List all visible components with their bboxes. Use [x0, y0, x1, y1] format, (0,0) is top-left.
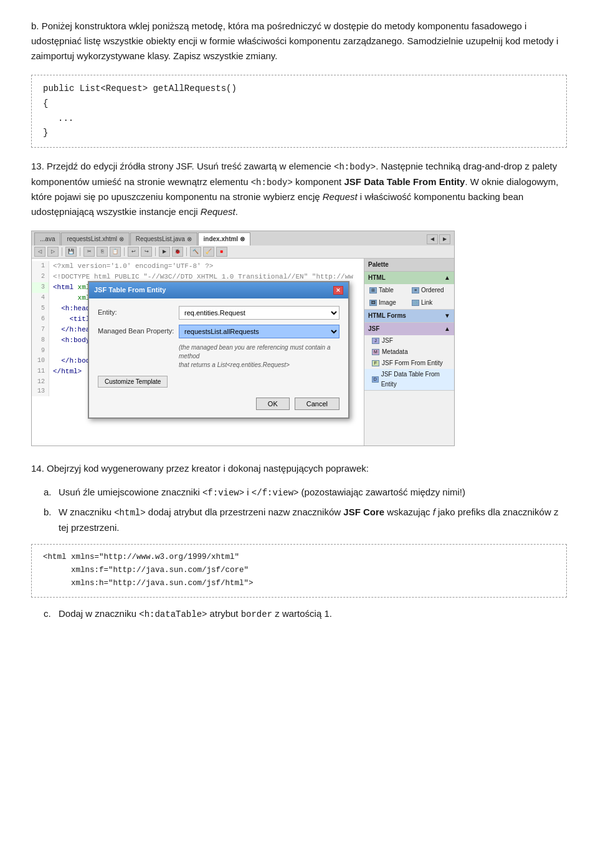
line-num-2: 2	[32, 272, 49, 282]
toolbar-run[interactable]: ▶	[159, 247, 170, 257]
nav-right-btn[interactable]: ▶	[439, 234, 450, 244]
line-num-9: 9	[32, 346, 49, 356]
palette-html-row1: ⊞ Table ≡ Ordered	[364, 284, 454, 297]
step-14c-code1: <h:dataTable>	[139, 609, 207, 619]
step-14a-code1: <f:view>	[202, 488, 244, 498]
line-num-13: 13	[32, 386, 49, 396]
palette-table-label: Table	[379, 285, 394, 295]
palette-item-image[interactable]: 🖼 Image	[367, 297, 409, 308]
step-14b-text3: wskazując	[384, 507, 433, 517]
palette-jsf-label: JSF	[368, 324, 379, 334]
palette-title: Palette	[364, 259, 454, 272]
toolbar-debug[interactable]: 🐞	[172, 247, 183, 257]
step-14a-code2: </f:view>	[252, 488, 299, 498]
jsf-icon: J	[372, 338, 379, 344]
toolbar-redo[interactable]: ↪	[141, 247, 152, 257]
palette-htmlforms-expand: ▼	[444, 311, 450, 321]
dialog-entity-field: Entity: req.entities.Request	[98, 306, 339, 320]
code-line-2: {	[43, 97, 555, 112]
dialog-bean-field: Managed Bean Property: requestsList.allR…	[98, 325, 339, 338]
dialog-ok-button[interactable]: OK	[256, 398, 290, 410]
palette-ordered-label: Ordered	[421, 285, 444, 295]
ide-tabs-bar[interactable]: ...ava requestsList.xhtml ⊗ RequestsList…	[32, 231, 454, 246]
toolbar-build[interactable]: 🔨	[190, 247, 201, 257]
palette-jsf-header[interactable]: JSF ▲	[364, 323, 454, 335]
toolbar-sep4	[155, 247, 156, 256]
toolbar-back[interactable]: ◁	[34, 247, 45, 257]
line-num-1: 1	[32, 261, 49, 272]
dialog-body: Entity: req.entities.Request Managed Bea…	[89, 298, 348, 417]
step-14b-bold: JSF Core	[343, 507, 384, 517]
customize-template-button[interactable]: Customize Template	[98, 376, 168, 388]
toolbar-fwd[interactable]: ▷	[47, 247, 59, 257]
line-num-12: 12	[32, 377, 49, 387]
step-14c-text2: atrybut	[207, 608, 240, 619]
toolbar-undo[interactable]: ↩	[128, 247, 139, 257]
step-14c-code2: border	[241, 609, 272, 619]
palette-htmlforms-header[interactable]: HTML Forms ▼	[364, 310, 454, 322]
palette-item-jsf-datatable-entity[interactable]: D JSF Data Table From Entity	[364, 369, 454, 390]
dialog-hint: (the managed bean you are referencing mu…	[179, 343, 339, 370]
palette-link-label: Link	[421, 298, 432, 308]
step-13-bold: JSF Data Table From Entity	[344, 176, 465, 187]
tab-ava[interactable]: ...ava	[34, 232, 60, 246]
step-13-paragraph: 13. Przejdź do edycji źródła strony JSF.…	[31, 159, 567, 219]
code-line-3: ...	[43, 112, 555, 126]
toolbar-stop[interactable]: ■	[216, 247, 227, 257]
step-14c: c. Dodaj w znaczniku <h:dataTable> atryb…	[44, 606, 567, 621]
palette-item-ordered[interactable]: ≡ Ordered	[409, 285, 452, 296]
dialog-bean-select[interactable]: requestsList.allRequests	[179, 325, 339, 338]
jsf-datatable-entity-icon: D	[372, 376, 379, 383]
code-block2-line1: <html xmlns="http://www.w3.org/1999/xhtm…	[43, 553, 239, 561]
palette-section-html: HTML ▲ ⊞ Table ≡ Ordered 🖼	[364, 272, 454, 310]
palette-jsf-datatable-entity-label: JSF Data Table From Entity	[381, 370, 447, 389]
line-num-3: 3	[32, 282, 49, 293]
toolbar-cut[interactable]: ✂	[83, 247, 95, 257]
tab-index-xhtml[interactable]: index.xhtml ⊗	[198, 232, 250, 246]
toolbar-copy[interactable]: ⎘	[97, 247, 108, 257]
line-num-11: 11	[32, 366, 49, 377]
step-13-code2: <h:body>	[251, 178, 293, 188]
tab-requestslist-xhtml[interactable]: requestsList.xhtml ⊗	[61, 232, 129, 246]
palette-section-htmlforms: HTML Forms ▼	[364, 310, 454, 323]
step-14a-content: Usuń źle umiejscowione znaczniki <f:view…	[59, 485, 567, 500]
palette-item-jsf[interactable]: J JSF	[364, 335, 454, 346]
dialog-customize-section: Customize Template	[98, 376, 339, 388]
tab-requestslist-java[interactable]: RequestsList.java ⊗	[130, 232, 197, 246]
toolbar-paste[interactable]: 📋	[110, 247, 121, 257]
palette-html-label: HTML	[368, 273, 386, 283]
jsf-table-dialog[interactable]: JSF Table From Entity ✕ Entity: req.enti…	[88, 281, 349, 419]
toolbar-sep3	[124, 247, 125, 256]
ide-screenshot: ...ava requestsList.xhtml ⊗ RequestsList…	[31, 231, 455, 446]
step-14a: a. Usuń źle umiejscowione znaczniki <f:v…	[44, 485, 567, 500]
toolbar-sep2	[80, 247, 80, 256]
line-num-5: 5	[32, 303, 49, 314]
step-14c-label: c.	[44, 606, 55, 621]
image-icon: 🖼	[369, 300, 377, 306]
step-14a-label: a.	[44, 485, 55, 500]
step-14b: b. W znaczniku <html> dodaj atrybut dla …	[44, 505, 567, 535]
dialog-close-button[interactable]: ✕	[333, 286, 343, 295]
line-num-10: 10	[32, 356, 49, 366]
palette-item-table[interactable]: ⊞ Table	[367, 285, 409, 296]
link-icon: 🔗	[412, 300, 419, 306]
palette-item-metadata[interactable]: M Metadata	[364, 346, 454, 358]
step-13-code1: <h:body>	[334, 162, 376, 172]
step-14c-text3: z wartością 1.	[272, 608, 332, 619]
nav-left-btn[interactable]: ◀	[427, 234, 438, 244]
palette-item-jsf-form-entity[interactable]: F JSF Form From Entity	[364, 358, 454, 369]
toolbar-sep1	[62, 247, 62, 256]
toolbar-save[interactable]: 💾	[65, 247, 77, 257]
palette-html-header[interactable]: HTML ▲	[364, 272, 454, 284]
dialog-cancel-button[interactable]: Cancel	[295, 398, 339, 410]
toolbar-clean[interactable]: 🧹	[203, 247, 214, 257]
step-13-italic2: Request	[201, 206, 235, 217]
dialog-entity-select[interactable]: req.entities.Request	[179, 306, 339, 320]
line-content-1: <?xml version='1.0' encoding='UTF-8' ?>	[49, 261, 364, 272]
ordered-icon: ≡	[412, 287, 419, 293]
step-14c-content: Dodaj w znaczniku <h:dataTable> atrybut …	[59, 606, 567, 621]
palette-item-link[interactable]: 🔗 Link	[409, 297, 452, 308]
palette-jsf-item-label: JSF	[382, 336, 393, 346]
step-14c-sublist: c. Dodaj w znaczniku <h:dataTable> atryb…	[44, 606, 567, 621]
line-num-6: 6	[32, 314, 49, 325]
